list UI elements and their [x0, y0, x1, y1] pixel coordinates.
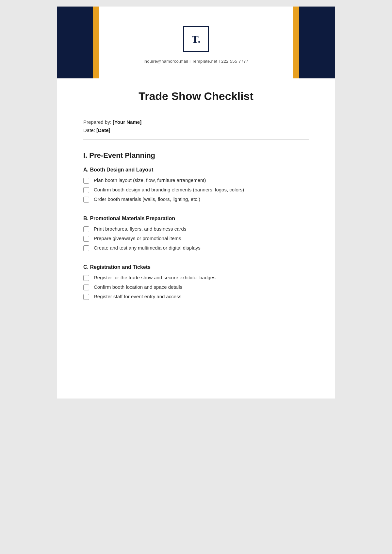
checkbox[interactable]: [83, 178, 89, 184]
subsection-a-title: A. Booth Design and Layout: [83, 167, 309, 173]
prepared-by-value: [Your Name]: [113, 119, 141, 125]
checkbox[interactable]: [83, 197, 89, 203]
document-title: Trade Show Checklist: [83, 90, 309, 103]
divider-bottom: [83, 139, 309, 140]
checklist-item: Order booth materials (walls, floors, li…: [83, 196, 309, 203]
checkbox[interactable]: [83, 285, 89, 290]
checklist-item-text: Plan booth layout (size, flow, furniture…: [94, 177, 206, 183]
section-pre-event: I. Pre-Event Planning A. Booth Design an…: [83, 151, 309, 300]
checklist-item-text: Print brochures, flyers, and business ca…: [94, 226, 186, 232]
subsection-c-title: C. Registration and Tickets: [83, 264, 309, 270]
date-label: Date:: [83, 127, 95, 133]
checklist-item-text: Create and test any multimedia or digita…: [94, 245, 201, 251]
meta-prepared-by: Prepared by: [Your Name] Date: [Date]: [83, 119, 309, 133]
checklist-item: Register for the trade show and secure e…: [83, 275, 309, 281]
subsection-registration: C. Registration and Tickets Register for…: [83, 264, 309, 300]
checkbox[interactable]: [83, 245, 89, 251]
checklist-item-text: Register staff for event entry and acces…: [94, 294, 181, 299]
page-header: T. inquire@namorco.mail I Template.net I…: [57, 7, 335, 73]
section-title: I. Pre-Event Planning: [83, 151, 309, 160]
checklist-item: Confirm booth location and space details: [83, 284, 309, 290]
checklist-item-text: Confirm booth design and branding elemen…: [94, 187, 244, 192]
checklist-item: Create and test any multimedia or digita…: [83, 245, 309, 251]
subsection-b-title: B. Promotional Materials Preparation: [83, 216, 309, 221]
checklist-item: Plan booth layout (size, flow, furniture…: [83, 177, 309, 184]
divider-top: [83, 111, 309, 111]
checkbox[interactable]: [83, 187, 89, 193]
checkbox[interactable]: [83, 226, 89, 232]
contact-info: inquire@namorco.mail I Template.net I 22…: [144, 59, 249, 64]
subsection-booth-design: A. Booth Design and Layout Plan booth la…: [83, 167, 309, 203]
logo-text: T.: [192, 33, 201, 45]
checklist-item-text: Register for the trade show and secure e…: [94, 275, 216, 280]
document-page: T. inquire@namorco.mail I Template.net I…: [57, 7, 335, 399]
checklist-c: Register for the trade show and secure e…: [83, 275, 309, 300]
checkbox[interactable]: [83, 275, 89, 281]
prepared-by-label: Prepared by:: [83, 119, 111, 125]
checklist-item-text: Confirm booth location and space details: [94, 284, 182, 290]
checklist-a: Plan booth layout (size, flow, furniture…: [83, 177, 309, 203]
checklist-b: Print brochures, flyers, and business ca…: [83, 226, 309, 251]
main-content: Trade Show Checklist Prepared by: [Your …: [57, 73, 335, 333]
date-value: [Date]: [96, 127, 110, 133]
checklist-item-text: Order booth materials (walls, floors, li…: [94, 196, 200, 202]
subsection-promotional-materials: B. Promotional Materials Preparation Pri…: [83, 216, 309, 251]
checklist-item: Print brochures, flyers, and business ca…: [83, 226, 309, 232]
checklist-item: Register staff for event entry and acces…: [83, 294, 309, 300]
logo-box: T.: [183, 26, 209, 52]
checkbox[interactable]: [83, 294, 89, 300]
checklist-item: Confirm booth design and branding elemen…: [83, 187, 309, 193]
checklist-item-text: Prepare giveaways or promotional items: [94, 236, 181, 241]
checkbox[interactable]: [83, 236, 89, 242]
checklist-item: Prepare giveaways or promotional items: [83, 236, 309, 242]
